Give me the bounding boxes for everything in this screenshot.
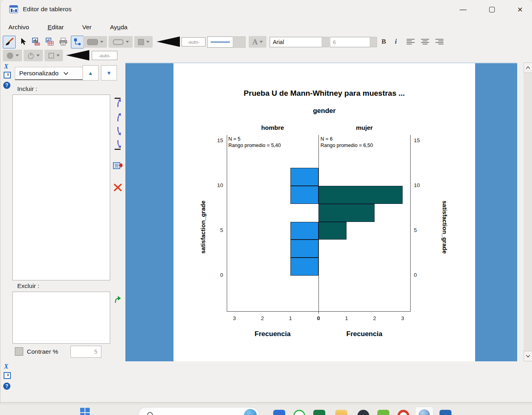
arrowhead-style-preview-icon[interactable] [157,36,180,47]
y-tick-label[interactable]: 10 [210,182,223,188]
select-tool-button[interactable] [17,36,29,48]
help-icon[interactable]: ? [3,383,10,390]
line-style-preview[interactable] [207,36,234,48]
vertical-scrollbar[interactable] [524,62,532,361]
marker-symbol-dropdown[interactable] [24,50,43,61]
x-tick-label[interactable]: 3 [229,315,240,321]
y-tick-label[interactable]: 10 [414,182,427,188]
taskbar-active-app[interactable] [415,407,433,415]
x-tick-label[interactable]: 1 [341,315,352,321]
preset-dropdown[interactable]: Personalizado [15,67,85,80]
x-tick-label[interactable]: 1 [285,315,296,321]
marker-size-preview-icon[interactable] [66,50,89,60]
font-name-dropdown-button[interactable] [322,37,329,47]
sort-ascending-button[interactable]: ▲ [83,65,99,81]
scroll-down-button[interactable] [524,351,532,361]
italic-button[interactable]: i [391,36,400,47]
move-up-button[interactable] [113,112,123,122]
add-category-button[interactable] [113,161,123,171]
histogram-bar-hombre[interactable] [290,240,318,258]
menu-archivo[interactable]: Archivo [3,21,35,33]
help-icon[interactable]: ? [3,82,10,89]
close-panel-icon[interactable]: X [4,63,8,70]
histogram-bar-mujer[interactable] [318,222,347,240]
window-panel-icon[interactable] [4,372,11,379]
exclude-list[interactable] [12,292,110,344]
minimize-button[interactable]: — [454,0,472,19]
bold-button[interactable]: B [379,36,389,47]
align-center-button[interactable] [419,36,431,47]
taskbar-search[interactable] [138,407,259,415]
taskbar-app-icon[interactable] [377,410,389,415]
border-style-dropdown[interactable] [109,36,133,48]
font-name-combobox[interactable]: Arial [270,37,325,47]
histogram-bar-hombre[interactable] [290,258,318,276]
marker-border-dropdown[interactable] [44,50,63,61]
restore-category-button[interactable] [113,294,123,304]
taskbar-app-icon[interactable] [357,410,369,415]
y-tick-label[interactable]: 0 [210,272,223,278]
font-style-dropdown[interactable]: A [249,36,266,48]
font-size-combobox[interactable]: 6 [330,37,373,47]
x-tick-label[interactable]: 2 [369,315,380,321]
pattern-dropdown[interactable] [134,36,153,48]
move-down-button[interactable] [113,127,123,136]
fill-color-dropdown[interactable] [83,36,107,48]
edit-mode-brush-button[interactable] [3,36,16,48]
histogram-bar-hombre[interactable] [290,186,318,204]
point-id-mode-button[interactable] [71,36,84,48]
font-size-dropdown-button[interactable] [370,37,377,47]
menu-editar[interactable]: Editar [42,21,70,33]
y-tick-label[interactable]: 5 [210,227,223,233]
y-tick-label[interactable]: 5 [414,227,427,233]
chart-canvas[interactable]: Prueba U de Mann-Whitney para muestras .… [173,63,475,361]
close-panel-icon[interactable]: X [4,363,8,370]
include-list[interactable] [12,95,110,280]
x-tick-label[interactable]: 0 [313,315,324,321]
align-left-button[interactable] [405,36,416,47]
histogram-bar-mujer[interactable] [318,186,403,204]
marker-fill-dropdown[interactable] [3,50,22,61]
line-style-dropdown-button[interactable] [233,36,246,48]
collapse-percent-field[interactable]: 5 [71,346,101,358]
show-properties-button[interactable] [30,36,42,48]
maximize-button[interactable] [483,0,501,19]
menu-ayuda[interactable]: Ayuda [104,21,133,33]
taskbar-app-icon[interactable] [439,410,451,415]
panel-header-mujer[interactable]: mujer [335,124,395,131]
y-tick-label[interactable]: 15 [414,137,427,143]
window-panel-icon[interactable] [4,72,11,79]
panel-n-annotation[interactable]: N = 6 [320,136,332,143]
panel-n-annotation[interactable]: N = 5 [228,136,240,143]
histogram-bar-hombre[interactable] [290,168,318,186]
taskbar-app-icon[interactable] [335,410,347,415]
print-button[interactable] [57,36,69,48]
delete-category-button[interactable] [113,183,123,192]
x-tick-label[interactable]: 2 [257,315,268,321]
histogram-bar-hombre[interactable] [290,222,318,240]
scroll-up-button[interactable] [524,62,532,73]
taskbar-app-icon[interactable] [397,410,409,415]
show-data-table-button[interactable] [44,36,56,48]
y-tick-label[interactable]: 0 [414,272,427,278]
arrow-weight-field[interactable]: -auto- [181,37,206,46]
panel-rank-annotation[interactable]: Rango promedio = 6,50 [320,142,373,149]
taskbar-app-icon[interactable] [293,410,305,415]
panel-header-hombre[interactable]: hombre [243,124,303,131]
close-button[interactable]: ✕ [511,0,529,19]
x-axis-title-mujer[interactable]: Frecuencia [330,330,399,338]
move-to-bottom-button[interactable] [113,140,123,150]
marker-size-field[interactable]: -auto- [92,51,117,60]
start-button[interactable] [80,408,90,415]
move-to-top-button[interactable] [113,98,123,107]
collapse-checkbox[interactable] [15,347,23,356]
sort-descending-button[interactable]: ▼ [101,65,117,81]
panel-rank-annotation[interactable]: Rango promedio = 5,40 [228,142,281,149]
x-tick-label[interactable]: 3 [397,315,408,321]
align-right-button[interactable] [434,36,445,47]
y-tick-label[interactable]: 15 [210,137,223,143]
taskbar-app-icon[interactable] [273,410,285,415]
histogram-bar-mujer[interactable] [318,204,375,222]
taskbar-app-icon[interactable] [313,410,325,415]
x-axis-title-hombre[interactable]: Frecuencia [239,330,307,338]
